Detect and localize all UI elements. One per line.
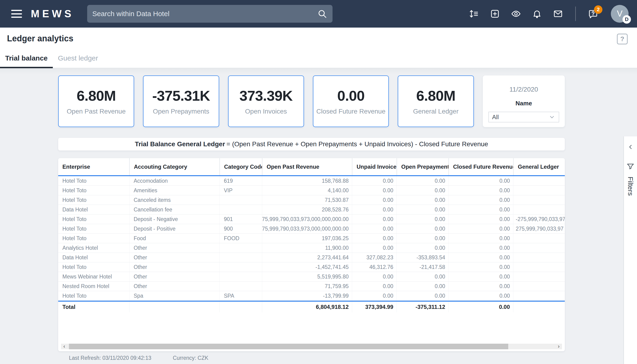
- filter-funnel-icon[interactable]: [626, 162, 635, 170]
- table-cell: Other: [129, 253, 220, 262]
- column-header: Closed Future Revenue: [448, 158, 513, 175]
- table-cell: 900: [220, 224, 262, 234]
- table-cell: [513, 234, 565, 243]
- kpi-label: Open Prepayments: [153, 108, 209, 115]
- mail-icon[interactable]: [553, 9, 563, 19]
- avatar-sub-badge: D: [622, 15, 631, 24]
- scroll-right-arrow[interactable]: ›: [556, 344, 562, 349]
- header-divider: [575, 6, 576, 21]
- kpi-label: General Ledger: [413, 108, 459, 115]
- tab-guest-ledger[interactable]: Guest ledger: [53, 51, 103, 68]
- sort-list-icon[interactable]: [469, 9, 479, 19]
- table-cell: 0.00: [448, 272, 513, 281]
- search-input[interactable]: [92, 10, 317, 18]
- search-bar[interactable]: [87, 5, 332, 23]
- kpi-value: 6.80M: [77, 88, 116, 104]
- filters-rail: Filters: [624, 136, 637, 364]
- table-cell: SPA: [220, 291, 262, 300]
- total-cell: [513, 302, 565, 312]
- table-cell: 0.00: [448, 205, 513, 214]
- notifications-icon[interactable]: [532, 9, 542, 19]
- scrollbar-thumb[interactable]: [69, 344, 508, 349]
- kpi-value: -375.31K: [152, 88, 210, 104]
- name-filter-label: Name: [488, 100, 559, 107]
- report-date: 11/2/2020: [488, 86, 559, 93]
- table-cell: 0.00: [396, 176, 448, 186]
- table-cell: 0.00: [352, 186, 396, 195]
- kpi-closed-future-revenue[interactable]: 0.00 Closed Future Revenue: [313, 76, 389, 127]
- table-row: Hotel TotoAccomodation619158,768.880.000…: [58, 176, 565, 186]
- kpi-open-invoices[interactable]: 373.39K Open Invoices: [228, 76, 304, 127]
- table-cell: 0.00: [448, 195, 513, 205]
- column-header: Unpaid Invoices: [352, 158, 396, 175]
- table-row: Analytics HotelOther11,900.000.000.000.0…: [58, 243, 565, 253]
- table-cell: 0.00: [448, 282, 513, 291]
- page-help-icon[interactable]: ?: [617, 34, 628, 44]
- table-row: Hotel TotoAmenitiesVIP4,140.000.000.000.…: [58, 186, 565, 195]
- table-row: Data HotelOther2,273,441.64327,082.23-35…: [58, 253, 565, 262]
- table-cell: 0.00: [396, 205, 448, 214]
- table-cell: 0.00: [396, 224, 448, 234]
- table-cell: Cancellation fee: [129, 205, 220, 214]
- table-cell: 0.00: [396, 272, 448, 281]
- table-cell: 11,900.00: [262, 243, 352, 252]
- table-cell: 4,140.00: [262, 186, 352, 195]
- table-cell: [513, 186, 565, 195]
- table-cell: 0.00: [448, 243, 513, 252]
- table-row: Hotel TotoDeposit - Negative901-275,999,…: [58, 214, 565, 224]
- table-cell: 197,036.25: [262, 234, 352, 243]
- table-cell: [220, 243, 262, 252]
- formula-title: Trial Balance General Ledger: [135, 140, 225, 148]
- table-cell: Amenities: [129, 186, 220, 195]
- table-row: Hotel TotoCanceled items71,530.870.000.0…: [58, 195, 565, 205]
- table-cell: 5,519,995.80: [262, 272, 352, 281]
- menu-icon[interactable]: [11, 10, 22, 18]
- table-cell: [220, 195, 262, 205]
- expand-filters-icon[interactable]: [626, 143, 634, 151]
- search-icon[interactable]: [317, 9, 328, 19]
- kpi-value: 373.39K: [240, 88, 292, 104]
- add-icon[interactable]: [490, 9, 500, 19]
- mews-logo[interactable]: MEWS: [31, 8, 74, 20]
- table-cell: [220, 282, 262, 291]
- kpi-open-prepayments[interactable]: -375.31K Open Prepayments: [143, 76, 219, 127]
- tab-bar: Trial balance Guest ledger: [0, 51, 103, 68]
- table-cell: 0.00: [448, 224, 513, 234]
- table-row: Mews Webinar HotelOther5,519,995.800.000…: [58, 272, 565, 282]
- filters-label: Filters: [626, 177, 634, 196]
- table-cell: [513, 195, 565, 205]
- help-chat-icon[interactable]: 2: [588, 9, 598, 19]
- table-cell: 0.00: [352, 272, 396, 281]
- tab-trial-balance[interactable]: Trial balance: [0, 51, 53, 68]
- table-cell: 0.00: [448, 253, 513, 262]
- table-cell: [220, 272, 262, 281]
- name-filter-dropdown[interactable]: All: [488, 112, 559, 122]
- total-cell: [129, 302, 220, 312]
- report-content: 6.80M Open Past Revenue -375.31K Open Pr…: [0, 68, 637, 364]
- table-cell: Other: [129, 243, 220, 252]
- kpi-label: Closed Future Revenue: [316, 108, 386, 115]
- table-total-row: Total6,804,918.12373,394.99-375,311.120.…: [58, 301, 565, 312]
- table-cell: Canceled items: [129, 195, 220, 205]
- table-cell: Mews Webinar Hotel: [58, 272, 129, 281]
- kpi-general-ledger[interactable]: 6.80M General Ledger: [398, 76, 474, 127]
- table-cell: 71,759.95: [262, 282, 352, 291]
- horizontal-scrollbar[interactable]: ‹ ›: [61, 344, 562, 349]
- table-row: Hotel TotoDeposit - Positive900275,999,7…: [58, 224, 565, 234]
- table-cell: [513, 176, 565, 186]
- table-cell: 0.00: [352, 195, 396, 205]
- table-cell: 0.00: [352, 243, 396, 252]
- date-filter-card: 11/2/2020 Name All: [483, 76, 565, 127]
- table-cell: -275,999,790,033,973,000,000,000.00: [262, 214, 352, 224]
- column-header: Open Past Revenue: [262, 158, 352, 175]
- eye-icon[interactable]: [511, 9, 521, 19]
- total-cell: 0.00: [448, 302, 513, 312]
- table-row: Hotel TotoOther-1,452,741.4546,312.76-21…: [58, 262, 565, 272]
- column-header: General Ledger: [513, 158, 565, 175]
- scroll-left-arrow[interactable]: ‹: [61, 344, 68, 349]
- avatar[interactable]: V D: [611, 5, 628, 23]
- table-cell: 158,768.88: [262, 176, 352, 186]
- table-cell: 619: [220, 176, 262, 186]
- kpi-open-past-revenue[interactable]: 6.80M Open Past Revenue: [58, 76, 134, 127]
- table-cell: 0.00: [352, 234, 396, 243]
